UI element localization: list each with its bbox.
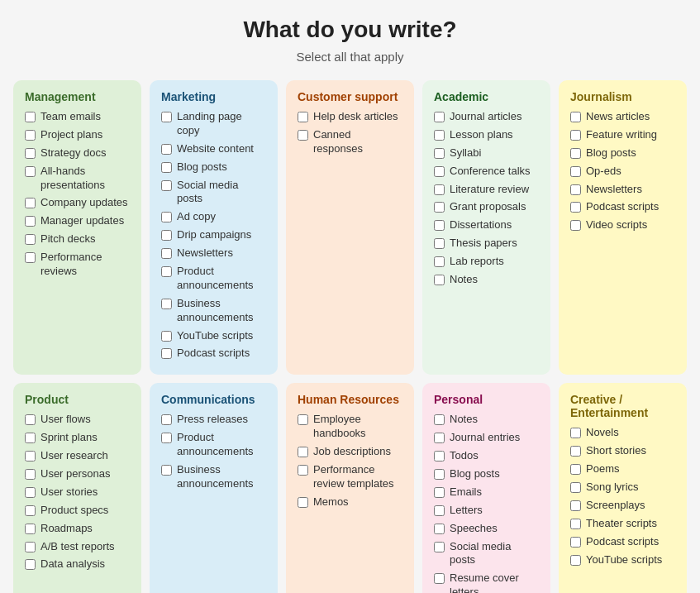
- marketing-checkbox-8[interactable]: [161, 299, 172, 309]
- human_resources-checkbox-0[interactable]: [298, 414, 308, 425]
- marketing-checkbox-3[interactable]: [161, 180, 172, 191]
- communications-label-2[interactable]: Business announcements: [177, 463, 266, 491]
- academic-label-1[interactable]: Lesson plans: [450, 128, 513, 142]
- creative-label-6[interactable]: Podcast scripts: [586, 535, 659, 549]
- product-item[interactable]: Data analysis: [25, 557, 130, 571]
- creative-checkbox-2[interactable]: [570, 464, 581, 475]
- product-item[interactable]: Roadmaps: [25, 522, 130, 536]
- creative-item[interactable]: Podcast scripts: [570, 535, 675, 549]
- academic-label-7[interactable]: Thesis papers: [450, 237, 517, 251]
- creative-label-5[interactable]: Theater scripts: [586, 517, 657, 531]
- academic-checkbox-9[interactable]: [434, 275, 445, 285]
- academic-item[interactable]: Syllabi: [434, 146, 539, 160]
- communications-checkbox-0[interactable]: [161, 414, 172, 425]
- personal-checkbox-1[interactable]: [434, 433, 445, 443]
- marketing-label-10[interactable]: Podcast scripts: [177, 347, 250, 361]
- personal-checkbox-5[interactable]: [434, 505, 445, 516]
- product-label-0[interactable]: User flows: [40, 413, 91, 427]
- personal-checkbox-2[interactable]: [434, 451, 445, 461]
- management-label-4[interactable]: Company updates: [40, 196, 128, 210]
- management-item[interactable]: All-hands presentations: [25, 165, 130, 193]
- personal-label-6[interactable]: Speeches: [450, 522, 498, 536]
- journalism-item[interactable]: Blog posts: [570, 146, 675, 160]
- academic-checkbox-0[interactable]: [434, 112, 445, 122]
- product-item[interactable]: A/B test reports: [25, 540, 130, 554]
- journalism-item[interactable]: Podcast scripts: [570, 200, 675, 214]
- marketing-label-2[interactable]: Blog posts: [177, 160, 227, 175]
- marketing-item[interactable]: Drip campaigns: [161, 228, 266, 242]
- creative-checkbox-0[interactable]: [570, 428, 581, 438]
- personal-item[interactable]: Blog posts: [434, 467, 539, 481]
- management-checkbox-0[interactable]: [25, 112, 36, 122]
- personal-item[interactable]: Todos: [434, 449, 539, 463]
- human_resources-item[interactable]: Employee handbooks: [298, 413, 402, 441]
- personal-label-8[interactable]: Resume cover letters: [450, 571, 539, 593]
- academic-checkbox-8[interactable]: [434, 256, 445, 267]
- personal-checkbox-3[interactable]: [434, 469, 445, 480]
- human_resources-item[interactable]: Job descriptions: [298, 445, 402, 459]
- creative-item[interactable]: YouTube scripts: [570, 553, 675, 567]
- journalism-item[interactable]: Op-eds: [570, 165, 675, 179]
- academic-item[interactable]: Grant proposals: [434, 200, 539, 214]
- communications-checkbox-2[interactable]: [161, 465, 172, 476]
- customer_support-checkbox-0[interactable]: [298, 112, 308, 122]
- management-item[interactable]: Manager updates: [25, 214, 130, 228]
- management-checkbox-2[interactable]: [25, 148, 36, 159]
- creative-item[interactable]: Screenplays: [570, 499, 675, 513]
- journalism-item[interactable]: News articles: [570, 110, 675, 124]
- product-checkbox-4[interactable]: [25, 487, 36, 498]
- creative-label-4[interactable]: Screenplays: [586, 499, 645, 513]
- marketing-label-0[interactable]: Landing page copy: [177, 110, 266, 138]
- personal-label-3[interactable]: Blog posts: [450, 467, 500, 481]
- product-label-5[interactable]: Product specs: [40, 504, 108, 518]
- journalism-label-0[interactable]: News articles: [586, 110, 650, 124]
- product-label-1[interactable]: Sprint plans: [40, 431, 98, 445]
- creative-label-2[interactable]: Poems: [586, 462, 619, 476]
- management-item[interactable]: Project plans: [25, 128, 130, 142]
- marketing-item[interactable]: Social media posts: [161, 179, 266, 207]
- journalism-label-2[interactable]: Blog posts: [586, 146, 636, 160]
- academic-label-5[interactable]: Grant proposals: [450, 200, 526, 214]
- communications-label-0[interactable]: Press releases: [177, 413, 248, 427]
- management-checkbox-6[interactable]: [25, 234, 36, 245]
- journalism-item[interactable]: Video scripts: [570, 218, 675, 232]
- marketing-label-5[interactable]: Drip campaigns: [177, 228, 251, 242]
- academic-item[interactable]: Journal articles: [434, 110, 539, 124]
- management-label-0[interactable]: Team emails: [40, 110, 101, 124]
- personal-item[interactable]: Resume cover letters: [434, 571, 539, 593]
- product-item[interactable]: User stories: [25, 485, 130, 500]
- product-label-7[interactable]: A/B test reports: [40, 540, 115, 554]
- creative-item[interactable]: Song lyrics: [570, 481, 675, 495]
- product-checkbox-2[interactable]: [25, 451, 36, 461]
- creative-checkbox-7[interactable]: [570, 555, 581, 566]
- human_resources-checkbox-1[interactable]: [298, 447, 308, 457]
- journalism-item[interactable]: Newsletters: [570, 183, 675, 197]
- marketing-item[interactable]: YouTube scripts: [161, 329, 266, 343]
- journalism-item[interactable]: Feature writing: [570, 128, 675, 142]
- product-label-4[interactable]: User stories: [40, 485, 98, 500]
- product-label-8[interactable]: Data analysis: [40, 557, 105, 571]
- human_resources-checkbox-3[interactable]: [298, 497, 308, 508]
- journalism-label-1[interactable]: Feature writing: [586, 128, 657, 142]
- customer_support-checkbox-1[interactable]: [298, 130, 308, 141]
- human_resources-item[interactable]: Memos: [298, 495, 402, 509]
- marketing-item[interactable]: Ad copy: [161, 210, 266, 224]
- creative-label-1[interactable]: Short stories: [586, 444, 646, 458]
- human_resources-label-0[interactable]: Employee handbooks: [313, 413, 402, 441]
- marketing-checkbox-2[interactable]: [161, 162, 172, 173]
- journalism-checkbox-3[interactable]: [570, 166, 581, 177]
- creative-label-7[interactable]: YouTube scripts: [586, 553, 662, 567]
- journalism-checkbox-1[interactable]: [570, 130, 581, 141]
- marketing-checkbox-0[interactable]: [161, 112, 172, 122]
- personal-label-2[interactable]: Todos: [450, 449, 479, 463]
- management-checkbox-7[interactable]: [25, 252, 36, 263]
- academic-label-2[interactable]: Syllabi: [450, 146, 481, 160]
- product-checkbox-8[interactable]: [25, 559, 36, 570]
- marketing-item[interactable]: Podcast scripts: [161, 347, 266, 361]
- creative-item[interactable]: Theater scripts: [570, 517, 675, 531]
- personal-item[interactable]: Letters: [434, 504, 539, 518]
- academic-label-6[interactable]: Dissertations: [450, 218, 512, 232]
- product-label-2[interactable]: User research: [40, 449, 108, 463]
- product-label-6[interactable]: Roadmaps: [40, 522, 93, 536]
- academic-item[interactable]: Thesis papers: [434, 237, 539, 251]
